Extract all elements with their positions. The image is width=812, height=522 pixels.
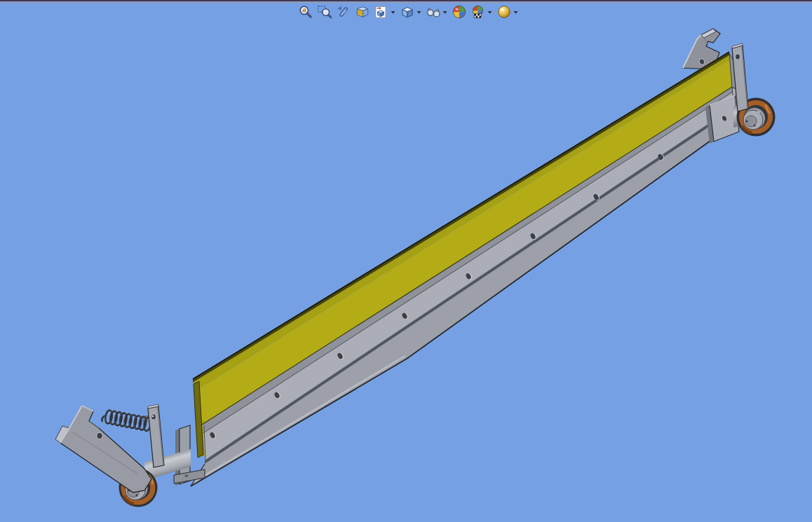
support-channel[interactable] <box>191 110 734 486</box>
zoom-to-area-button[interactable] <box>316 4 333 20</box>
tension-spring[interactable] <box>102 409 151 432</box>
arm-pivot-hole <box>736 54 740 60</box>
display-style-dropdown-caret-icon[interactable] <box>416 4 422 20</box>
hide-show-items-dropdown-caret-icon[interactable] <box>442 4 448 20</box>
view-orientation-icon <box>374 4 389 20</box>
previous-view-button[interactable] <box>335 4 352 20</box>
apply-scene-icon <box>471 4 486 20</box>
heads-up-view-toolbar <box>297 4 522 20</box>
scraper-beam-assembly[interactable] <box>191 52 746 486</box>
hide-show-items-icon <box>426 4 441 20</box>
arm-pivot-hole <box>151 414 156 420</box>
display-style-icon <box>400 4 415 20</box>
left-tension-arm[interactable] <box>148 404 164 467</box>
blade-chamfer <box>193 55 730 391</box>
lever-hole <box>97 432 102 439</box>
view-orientation-button[interactable] <box>373 4 397 20</box>
view-settings-button[interactable] <box>496 4 520 20</box>
application-window <box>0 0 812 522</box>
view-settings-icon <box>496 4 512 20</box>
zoom-to-fit-icon <box>298 4 313 20</box>
scraper-blade[interactable] <box>196 60 732 425</box>
edit-appearance-button[interactable] <box>451 4 468 20</box>
view-settings-dropdown-caret-icon[interactable] <box>513 4 519 20</box>
viewport-3d-model[interactable] <box>0 0 812 522</box>
edit-appearance-icon <box>452 4 467 20</box>
clamp-bar-bevel <box>202 87 733 433</box>
previous-view-icon <box>336 4 351 20</box>
display-style-button[interactable] <box>399 4 423 20</box>
apply-scene-dropdown-caret-icon[interactable] <box>487 4 493 20</box>
view-orientation-dropdown-caret-icon[interactable] <box>390 4 396 20</box>
zoom-to-area-icon <box>317 4 332 20</box>
hide-show-items-button[interactable] <box>425 4 449 20</box>
apply-scene-button[interactable] <box>470 4 494 20</box>
zoom-to-fit-button[interactable] <box>297 4 314 20</box>
beam-groove <box>205 107 734 464</box>
section-view-icon <box>355 4 370 20</box>
section-view-button[interactable] <box>354 4 371 20</box>
left-tensioner[interactable] <box>55 404 205 507</box>
